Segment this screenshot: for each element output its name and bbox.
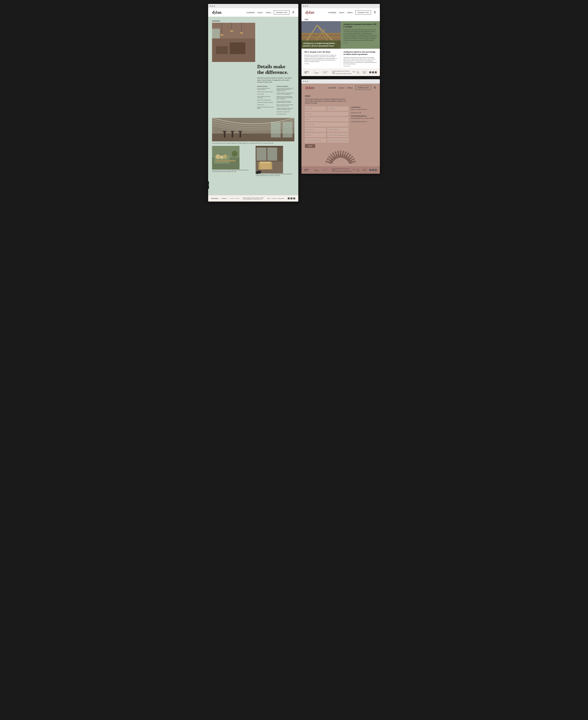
feature-1-2: Walk-in closets (majority of units) (257, 91, 275, 92)
footer-luxury-1: LUXURY | LIVING (230, 198, 239, 199)
hamburger-icon-3[interactable]: ☰ (374, 86, 376, 89)
apt-features-section: Details make the difference. Minimalist … (257, 64, 294, 116)
nav-availability-1[interactable]: Availability (246, 12, 255, 14)
browser-dot-6 (307, 5, 308, 7)
facebook-icon-3[interactable]: f (369, 169, 371, 171)
news-title-1: sterling bay to begin leasing fulton mar… (303, 42, 339, 47)
instagram-icon-1[interactable]: i (291, 198, 292, 200)
facebook-icon-1[interactable]: f (288, 198, 290, 200)
twitter-icon-2[interactable]: t (375, 71, 377, 73)
news-nav: dylan Availability Inquire Gallery Sched… (301, 8, 380, 17)
instagram-icon-2[interactable]: i (372, 71, 374, 73)
sidebar-address-heading: And something with the: (351, 115, 376, 117)
broker-input[interactable] (327, 133, 349, 137)
svg-rect-101 (337, 150, 339, 154)
svg-rect-43 (267, 147, 277, 161)
email-input[interactable] (305, 117, 349, 121)
nav-gallery-3[interactable]: Gallery (347, 87, 353, 89)
footer-address-2: 160 North Morgan Street, Chicago, IL 606… (332, 70, 353, 74)
right-column: dylan Availability Inquire Gallery Sched… (301, 4, 380, 202)
footer-news-2[interactable]: News (353, 71, 355, 74)
apt-image-3 (212, 146, 239, 169)
phone-input[interactable] (305, 122, 349, 127)
footer-links-2: News Our Story Privacy Policy (353, 71, 369, 74)
broker2-input[interactable] (327, 138, 349, 143)
schedule-tour-btn-1[interactable]: Schedule a Tour (274, 11, 290, 15)
howheard-input[interactable] (305, 138, 326, 143)
svg-rect-107 (350, 156, 353, 159)
browser-dot-3 (214, 5, 215, 7)
sidebar-address: 160 North Morgan Street, Chicago, IL 606… (351, 118, 376, 119)
schedule-tour-btn-3[interactable]: Schedule a Tour (355, 86, 371, 90)
schedule-tour-btn-2[interactable]: Schedule a Tour (355, 11, 371, 15)
twitter-icon-1[interactable]: t (293, 198, 295, 200)
footer-address-1: 160 North Morgan Street, Chicago, IL 606… (243, 197, 264, 200)
footer-privacy-1[interactable]: Privacy Policy (278, 198, 285, 199)
feature-col-1: Standout Features Close to calling athle… (257, 86, 275, 116)
news-title-4: sterling bay poised to start pre-leasing… (343, 51, 377, 56)
first-name-input[interactable] (305, 106, 326, 111)
footer-logos-3: Sterling Bay | ⬡ Ascertis | LUXURY | LIV… (304, 169, 332, 171)
nav-gallery-1[interactable]: Gallery (266, 12, 271, 14)
footer-logos-1: Sterling Bay | ⬡ Ascertis | LUXURY | LIV… (211, 198, 239, 199)
footer-logos-2: Sterling Bay | ⬡ Ascertis | LUXURY | LIV… (304, 71, 332, 74)
footer-sterling-3: Sterling Bay (304, 169, 311, 171)
svg-point-7 (230, 30, 233, 32)
svg-rect-3 (230, 42, 245, 54)
news-bottom-row: 160 n. morgan is now the dylan Sterling … (301, 49, 380, 69)
hamburger-icon-1[interactable]: ☰ (292, 11, 294, 14)
footer-story-3[interactable]: Our Story (357, 169, 361, 171)
news-top-grid: sterling bay to begin leasing fulton mar… (301, 21, 380, 49)
svg-rect-18 (239, 131, 241, 138)
nav-inquire-3[interactable]: Inquire (339, 87, 344, 89)
svg-point-19 (238, 131, 242, 132)
svg-rect-11 (212, 39, 220, 39)
unittype-input[interactable] (305, 133, 326, 137)
apartment-main-image (212, 23, 255, 62)
svg-rect-74 (301, 37, 341, 38)
nav-inquire-2[interactable]: Inquire (339, 12, 344, 14)
nav-gallery-2[interactable]: Gallery (347, 12, 353, 14)
footer-story-1[interactable]: Our Story (271, 198, 276, 199)
news-nav-links: Availability Inquire Gallery Schedule a … (328, 11, 376, 15)
news-date-3: 5.1 Article (304, 63, 338, 64)
price-input[interactable] (327, 128, 349, 132)
feature-2-4: Pre-wired bathroom floors and aspiration… (276, 101, 294, 103)
news-footer: Sterling Bay | ⬡ Ascertis | LUXURY | LIV… (301, 69, 380, 76)
twitter-icon-3[interactable]: t (375, 169, 377, 171)
news-body-2: Sterling Bay, in partnership with Ascert… (343, 29, 377, 41)
nav-inquire-1[interactable]: Inquire (257, 12, 263, 14)
news-body-3: Sterling Bay has announced the rebrandin… (304, 54, 338, 62)
sidebar-leasing-heading: Leasing Hours (351, 106, 376, 108)
footer-news-1[interactable]: News (267, 198, 270, 199)
sidebar-sunday: Sunday Tours 1 PM (351, 112, 376, 114)
footer-links-3: News Our Story Privacy Policy (353, 169, 369, 171)
facebook-icon-2[interactable]: f (369, 71, 371, 73)
svg-rect-98 (330, 154, 333, 158)
apartments-window: dylan Availability Inquire Gallery Sched… (208, 4, 298, 202)
movein-input[interactable] (305, 128, 326, 132)
nav-availability-2[interactable]: Availability (328, 12, 336, 14)
svg-rect-21 (282, 122, 292, 138)
news-title-3: 160 n. morgan is now the dylan (304, 51, 338, 53)
submit-button[interactable]: Submit (305, 144, 315, 148)
footer-privacy-2[interactable]: Privacy Policy (363, 71, 369, 74)
nav-availability-3[interactable]: Availability (328, 87, 336, 89)
svg-point-5 (220, 34, 224, 36)
footer-news-3[interactable]: News (353, 169, 355, 171)
svg-rect-73 (301, 33, 341, 34)
news-article-3: 160 n. morgan is now the dylan Sterling … (301, 49, 341, 69)
svg-rect-48 (270, 163, 272, 169)
svg-point-27 (223, 155, 227, 159)
inquire-sidebar: Leasing Hours Monday - Thursday 9AM-5 PM… (351, 106, 376, 148)
instagram-icon-3[interactable]: i (372, 169, 374, 171)
feature-1-1: Close to calling athletes for masterized… (257, 88, 275, 90)
footer-privacy-3[interactable]: Privacy Policy (363, 169, 369, 171)
last-name-input[interactable] (305, 112, 349, 116)
hamburger-icon-2[interactable]: ☰ (374, 11, 376, 14)
footer-story-2[interactable]: Our Story (357, 71, 361, 74)
comments-input-top[interactable] (327, 106, 349, 111)
form-row-movein (305, 128, 349, 132)
svg-rect-44 (256, 146, 283, 147)
footer-luxury-2: LUXURY | LIVING (323, 71, 332, 74)
